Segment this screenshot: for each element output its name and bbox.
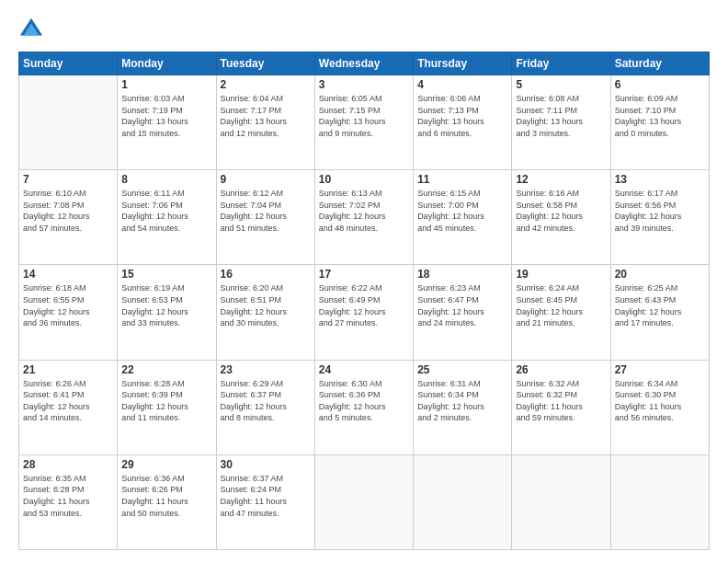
day-number: 1 — [121, 78, 211, 91]
day-number: 10 — [319, 173, 409, 186]
day-info: Sunrise: 6:06 AM Sunset: 7:13 PM Dayligh… — [417, 93, 507, 139]
day-info: Sunrise: 6:31 AM Sunset: 6:34 PM Dayligh… — [417, 378, 507, 424]
day-number: 24 — [319, 363, 409, 376]
day-info: Sunrise: 6:03 AM Sunset: 7:19 PM Dayligh… — [121, 93, 211, 139]
day-number: 19 — [516, 268, 606, 281]
day-number: 18 — [417, 268, 507, 281]
calendar-cell — [314, 454, 413, 549]
calendar-cell: 1Sunrise: 6:03 AM Sunset: 7:19 PM Daylig… — [118, 75, 216, 170]
calendar-week-row: 7Sunrise: 6:10 AM Sunset: 7:08 PM Daylig… — [19, 170, 710, 265]
calendar-cell: 19Sunrise: 6:24 AM Sunset: 6:45 PM Dayli… — [512, 265, 610, 360]
day-info: Sunrise: 6:15 AM Sunset: 7:00 PM Dayligh… — [417, 188, 507, 234]
day-info: Sunrise: 6:29 AM Sunset: 6:37 PM Dayligh… — [221, 378, 311, 424]
day-number: 7 — [23, 173, 113, 186]
calendar-week-row: 1Sunrise: 6:03 AM Sunset: 7:19 PM Daylig… — [19, 75, 710, 170]
day-of-week-header: Sunday — [19, 52, 118, 75]
calendar-week-row: 14Sunrise: 6:18 AM Sunset: 6:55 PM Dayli… — [19, 265, 710, 360]
day-number: 16 — [221, 268, 311, 281]
calendar-cell: 7Sunrise: 6:10 AM Sunset: 7:08 PM Daylig… — [19, 170, 118, 265]
day-number: 30 — [221, 458, 311, 471]
day-number: 25 — [417, 363, 507, 376]
day-of-week-header: Tuesday — [216, 52, 314, 75]
calendar-cell: 24Sunrise: 6:30 AM Sunset: 6:36 PM Dayli… — [314, 360, 413, 454]
calendar-cell: 18Sunrise: 6:23 AM Sunset: 6:47 PM Dayli… — [414, 265, 512, 360]
calendar-table: SundayMondayTuesdayWednesdayThursdayFrid… — [18, 52, 710, 550]
day-info: Sunrise: 6:35 AM Sunset: 6:28 PM Dayligh… — [23, 473, 113, 519]
calendar-week-row: 28Sunrise: 6:35 AM Sunset: 6:28 PM Dayli… — [19, 454, 710, 549]
day-of-week-header: Friday — [512, 52, 610, 75]
calendar-cell: 30Sunrise: 6:37 AM Sunset: 6:24 PM Dayli… — [216, 454, 314, 549]
day-info: Sunrise: 6:17 AM Sunset: 6:56 PM Dayligh… — [615, 188, 705, 234]
day-number: 15 — [121, 268, 211, 281]
calendar-cell: 16Sunrise: 6:20 AM Sunset: 6:51 PM Dayli… — [216, 265, 314, 360]
calendar-cell — [19, 75, 118, 170]
day-info: Sunrise: 6:12 AM Sunset: 7:04 PM Dayligh… — [221, 188, 311, 234]
calendar-cell: 12Sunrise: 6:16 AM Sunset: 6:58 PM Dayli… — [512, 170, 610, 265]
day-number: 17 — [319, 268, 409, 281]
day-info: Sunrise: 6:05 AM Sunset: 7:15 PM Dayligh… — [319, 93, 409, 139]
calendar-cell: 29Sunrise: 6:36 AM Sunset: 6:26 PM Dayli… — [118, 454, 216, 549]
calendar-cell: 15Sunrise: 6:19 AM Sunset: 6:53 PM Dayli… — [118, 265, 216, 360]
day-info: Sunrise: 6:13 AM Sunset: 7:02 PM Dayligh… — [319, 188, 409, 234]
day-number: 6 — [615, 78, 705, 91]
calendar-header-row: SundayMondayTuesdayWednesdayThursdayFrid… — [19, 52, 710, 75]
calendar-cell: 21Sunrise: 6:26 AM Sunset: 6:41 PM Dayli… — [19, 360, 118, 454]
day-info: Sunrise: 6:22 AM Sunset: 6:49 PM Dayligh… — [319, 282, 409, 328]
day-info: Sunrise: 6:10 AM Sunset: 7:08 PM Dayligh… — [23, 188, 113, 234]
calendar-cell: 3Sunrise: 6:05 AM Sunset: 7:15 PM Daylig… — [314, 75, 413, 170]
calendar-cell — [414, 454, 512, 549]
calendar-cell: 11Sunrise: 6:15 AM Sunset: 7:00 PM Dayli… — [414, 170, 512, 265]
calendar-cell: 27Sunrise: 6:34 AM Sunset: 6:30 PM Dayli… — [610, 360, 709, 454]
day-number: 26 — [516, 363, 606, 376]
day-info: Sunrise: 6:26 AM Sunset: 6:41 PM Dayligh… — [23, 378, 113, 424]
calendar-cell — [610, 454, 709, 549]
calendar-cell: 20Sunrise: 6:25 AM Sunset: 6:43 PM Dayli… — [610, 265, 709, 360]
day-info: Sunrise: 6:09 AM Sunset: 7:10 PM Dayligh… — [615, 93, 705, 139]
day-info: Sunrise: 6:30 AM Sunset: 6:36 PM Dayligh… — [319, 378, 409, 424]
day-info: Sunrise: 6:34 AM Sunset: 6:30 PM Dayligh… — [615, 378, 705, 424]
day-of-week-header: Saturday — [610, 52, 709, 75]
day-info: Sunrise: 6:36 AM Sunset: 6:26 PM Dayligh… — [121, 473, 211, 519]
calendar-cell: 23Sunrise: 6:29 AM Sunset: 6:37 PM Dayli… — [216, 360, 314, 454]
calendar-cell: 8Sunrise: 6:11 AM Sunset: 7:06 PM Daylig… — [118, 170, 216, 265]
calendar-cell — [512, 454, 610, 549]
calendar-cell: 28Sunrise: 6:35 AM Sunset: 6:28 PM Dayli… — [19, 454, 118, 549]
calendar-cell: 26Sunrise: 6:32 AM Sunset: 6:32 PM Dayli… — [512, 360, 610, 454]
calendar-cell: 25Sunrise: 6:31 AM Sunset: 6:34 PM Dayli… — [414, 360, 512, 454]
day-of-week-header: Thursday — [414, 52, 512, 75]
calendar-cell: 10Sunrise: 6:13 AM Sunset: 7:02 PM Dayli… — [314, 170, 413, 265]
day-number: 8 — [121, 173, 211, 186]
day-number: 9 — [221, 173, 311, 186]
day-number: 3 — [319, 78, 409, 91]
day-info: Sunrise: 6:37 AM Sunset: 6:24 PM Dayligh… — [221, 473, 311, 519]
header — [18, 17, 710, 42]
day-number: 22 — [121, 363, 211, 376]
day-info: Sunrise: 6:08 AM Sunset: 7:11 PM Dayligh… — [516, 93, 606, 139]
calendar-week-row: 21Sunrise: 6:26 AM Sunset: 6:41 PM Dayli… — [19, 360, 710, 454]
day-number: 11 — [417, 173, 507, 186]
day-number: 2 — [221, 78, 311, 91]
page: SundayMondayTuesdayWednesdayThursdayFrid… — [0, 0, 728, 563]
day-info: Sunrise: 6:25 AM Sunset: 6:43 PM Dayligh… — [615, 282, 705, 328]
day-info: Sunrise: 6:28 AM Sunset: 6:39 PM Dayligh… — [121, 378, 211, 424]
calendar-cell: 9Sunrise: 6:12 AM Sunset: 7:04 PM Daylig… — [216, 170, 314, 265]
day-number: 20 — [615, 268, 705, 281]
day-number: 13 — [615, 173, 705, 186]
calendar-cell: 5Sunrise: 6:08 AM Sunset: 7:11 PM Daylig… — [512, 75, 610, 170]
day-info: Sunrise: 6:16 AM Sunset: 6:58 PM Dayligh… — [516, 188, 606, 234]
logo-icon — [18, 17, 44, 42]
day-info: Sunrise: 6:11 AM Sunset: 7:06 PM Dayligh… — [121, 188, 211, 234]
day-number: 21 — [23, 363, 113, 376]
calendar-cell: 4Sunrise: 6:06 AM Sunset: 7:13 PM Daylig… — [414, 75, 512, 170]
day-info: Sunrise: 6:23 AM Sunset: 6:47 PM Dayligh… — [417, 282, 507, 328]
day-of-week-header: Monday — [118, 52, 216, 75]
day-info: Sunrise: 6:24 AM Sunset: 6:45 PM Dayligh… — [516, 282, 606, 328]
calendar-cell: 14Sunrise: 6:18 AM Sunset: 6:55 PM Dayli… — [19, 265, 118, 360]
calendar-cell: 6Sunrise: 6:09 AM Sunset: 7:10 PM Daylig… — [610, 75, 709, 170]
day-number: 5 — [516, 78, 606, 91]
day-info: Sunrise: 6:18 AM Sunset: 6:55 PM Dayligh… — [23, 282, 113, 328]
logo — [18, 17, 48, 42]
day-of-week-header: Wednesday — [314, 52, 413, 75]
day-number: 14 — [23, 268, 113, 281]
day-number: 29 — [121, 458, 211, 471]
